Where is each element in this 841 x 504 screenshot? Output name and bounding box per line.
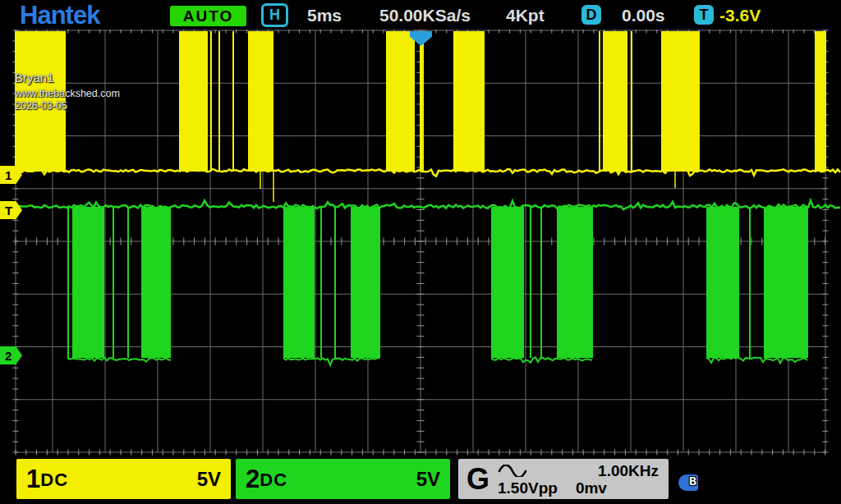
generator-label: G <box>466 462 489 497</box>
ch1-coupling: DC <box>40 470 68 491</box>
timebase-value: 5ms <box>307 6 342 25</box>
usb-letter: B <box>689 475 696 489</box>
header-bar: Hantek AUTO H 5ms 50.00KSa/s 4Kpt D 0.00… <box>0 0 841 30</box>
overlay-date: 2026-03-05 <box>15 100 67 112</box>
generator-frequency: 1.00KHz <box>598 462 659 479</box>
horizontal-menu-icon[interactable]: H <box>261 3 288 27</box>
ch1-scale: 5V <box>197 468 221 491</box>
overlay-website: www.thebackshed.com <box>15 88 120 99</box>
waveform-display <box>0 0 841 504</box>
ch1-trace <box>15 31 840 202</box>
overlay-username: Bryan1 <box>15 71 54 85</box>
generator-amplitude: 1.50Vpp <box>498 479 558 497</box>
horizontal-offset-value: 0.00s <box>622 6 665 25</box>
generator-info-box[interactable]: G 1.00KHz 1.50Vpp 0mv <box>458 459 669 499</box>
usb-device-icon[interactable]: B <box>678 474 708 492</box>
ch1-info-box[interactable]: 1DC 5V <box>16 459 231 499</box>
generator-offset: 0mv <box>576 479 607 497</box>
footer-bar: 1DC 5V 2DC 5V G 1.00KHz 1.50Vpp 0mv <box>0 456 841 504</box>
ch2-coupling: DC <box>260 470 287 491</box>
oscilloscope-screen: Hantek AUTO H 5ms 50.00KSa/s 4Kpt D 0.00… <box>0 0 841 504</box>
sine-wave-icon <box>498 465 527 477</box>
ch2-info-box[interactable]: 2DC 5V <box>236 459 450 499</box>
delay-menu-icon[interactable]: D <box>581 5 601 25</box>
ch2-number: 2 <box>246 465 260 494</box>
sample-rate-value: 50.00KSa/s <box>379 6 471 25</box>
ch2-scale: 5V <box>416 468 440 491</box>
generator-values: 1.00KHz 1.50Vpp 0mv <box>498 462 659 497</box>
acquisition-mode-badge[interactable]: AUTO <box>170 6 246 26</box>
trigger-menu-icon[interactable]: T <box>694 5 714 25</box>
trigger-level-value: -3.6V <box>719 6 761 25</box>
ch1-number: 1 <box>26 465 40 494</box>
ch2-trace <box>15 200 840 365</box>
brand-logo: Hantek <box>20 1 99 30</box>
record-length-value: 4Kpt <box>506 6 545 25</box>
